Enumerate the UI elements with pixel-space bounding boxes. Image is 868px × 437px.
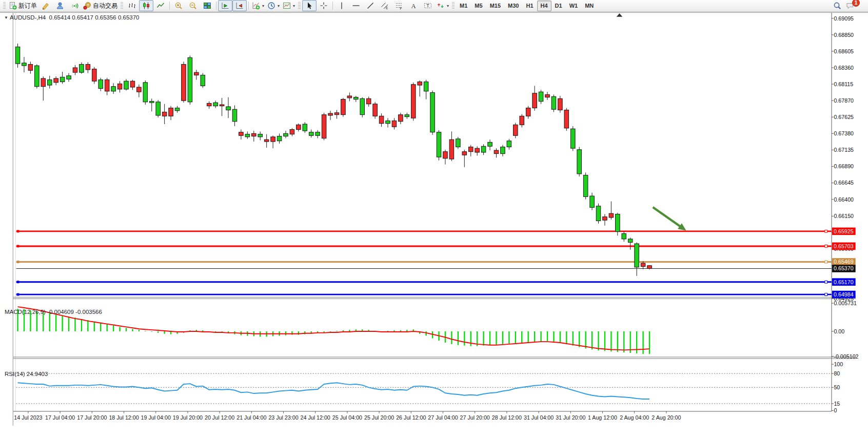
arrows-button-caret-icon[interactable]: ▾ [447, 4, 449, 8]
bull-candle[interactable] [424, 82, 428, 91]
line-handle[interactable] [17, 245, 19, 248]
bull-candle[interactable] [175, 108, 180, 111]
bull-candle[interactable] [232, 109, 237, 122]
zoom-out-button[interactable] [186, 0, 200, 11]
bear-candle[interactable] [526, 108, 530, 116]
bull-candle[interactable] [245, 134, 250, 137]
timeframe-m15[interactable]: M15 [486, 1, 504, 11]
horizontal-line-button[interactable] [349, 0, 363, 11]
timeframe-m30[interactable]: M30 [504, 1, 522, 11]
bear-candle[interactable] [239, 132, 244, 136]
bull-candle[interactable] [430, 92, 435, 132]
bear-candle[interactable] [449, 140, 454, 159]
bear-candle[interactable] [411, 85, 416, 118]
styler-button[interactable] [38, 0, 53, 11]
bear-candle[interactable] [41, 78, 46, 87]
bull-candle[interactable] [47, 80, 52, 85]
bull-candle[interactable] [590, 196, 595, 207]
bull-candle[interactable] [22, 63, 27, 66]
tile-windows-button[interactable] [200, 0, 214, 11]
bull-candle[interactable] [309, 132, 313, 136]
bear-candle[interactable] [564, 110, 569, 128]
bear-candle[interactable] [334, 113, 339, 115]
bear-candle[interactable] [514, 125, 518, 135]
bull-candle[interactable] [354, 97, 359, 100]
toolbar-grip[interactable] [452, 2, 455, 10]
community-button[interactable] [53, 0, 67, 11]
bull-candle[interactable] [456, 139, 461, 147]
bear-candle[interactable] [475, 148, 480, 152]
text-button[interactable]: A [406, 0, 421, 11]
bull-candle[interactable] [111, 87, 116, 91]
chart-symbol-title[interactable]: ▼AUDUSD-,H4 0.65414 0.65417 0.65356 0.65… [4, 14, 139, 21]
bull-candle[interactable] [386, 121, 390, 123]
text-label-button[interactable]: T [421, 0, 435, 11]
bear-candle[interactable] [73, 68, 77, 72]
timeframe-m1[interactable]: M1 [456, 1, 471, 11]
bear-candle[interactable] [207, 103, 211, 106]
bull-candle[interactable] [303, 124, 307, 131]
chart-dropdown-icon[interactable]: ▼ [4, 15, 8, 20]
bull-candle[interactable] [635, 244, 639, 267]
bull-candle[interactable] [616, 214, 620, 231]
bear-candle[interactable] [341, 100, 346, 115]
timeframe-h4[interactable]: H4 [537, 1, 551, 11]
bear-candle[interactable] [271, 137, 275, 142]
bear-candle[interactable] [379, 116, 384, 123]
bull-candle[interactable] [80, 64, 84, 72]
bear-candle[interactable] [545, 94, 550, 97]
horizontal-lines[interactable] [16, 230, 832, 295]
bull-candle[interactable] [213, 103, 218, 106]
chart-window[interactable]: 0.690950.688500.686050.683600.681150.678… [0, 12, 868, 437]
bear-candle[interactable] [392, 121, 397, 127]
bear-candle[interactable] [443, 152, 448, 158]
bull-candle[interactable] [258, 134, 263, 137]
bear-candle[interactable] [252, 133, 257, 136]
bear-candle[interactable] [182, 64, 186, 101]
timeframe-d1[interactable]: D1 [551, 1, 566, 11]
signals-button[interactable] [67, 0, 82, 11]
bull-candle[interactable] [622, 233, 626, 239]
bear-candle[interactable] [609, 213, 614, 217]
bear-candle[interactable] [373, 104, 378, 116]
trendline-button[interactable] [363, 0, 378, 11]
bull-candle[interactable] [539, 92, 543, 101]
vertical-line-button[interactable] [334, 0, 349, 11]
bear-candle[interactable] [468, 147, 473, 152]
bear-candle[interactable] [86, 64, 90, 69]
bull-candle[interactable] [315, 132, 320, 136]
chart-canvas[interactable]: 0.690950.688500.686050.683600.681150.678… [0, 13, 868, 437]
bear-candle[interactable] [603, 217, 607, 221]
timeframe-m5[interactable]: M5 [471, 1, 486, 11]
bear-candle[interactable] [220, 105, 224, 106]
bull-candle[interactable] [143, 83, 148, 102]
bear-candle[interactable] [117, 84, 122, 89]
bear-candle[interactable] [641, 263, 645, 267]
bar-chart-button[interactable] [125, 0, 139, 11]
toolbar-grip[interactable] [298, 2, 301, 10]
bull-candle[interactable] [437, 132, 441, 157]
bull-candle[interactable] [188, 57, 192, 102]
bear-candle[interactable] [290, 129, 294, 134]
bull-candle[interactable] [226, 107, 231, 110]
bull-candle[interactable] [570, 129, 575, 148]
bear-candle[interactable] [54, 78, 58, 83]
bull-candle[interactable] [149, 101, 154, 103]
indicators-button[interactable]: ▾ [250, 0, 266, 11]
bull-candle[interactable] [60, 77, 65, 82]
bear-candle[interactable] [137, 87, 142, 92]
bull-candle[interactable] [577, 150, 582, 174]
bull-candle[interactable] [551, 96, 556, 109]
bear-candle[interactable] [520, 116, 524, 125]
macd-axis[interactable]: 0.0057310.00-0.005102 [832, 300, 859, 360]
bear-candle[interactable] [347, 96, 352, 98]
bear-candle[interactable] [647, 266, 652, 269]
bear-candle[interactable] [297, 125, 301, 129]
periods-button[interactable]: ▾ [266, 0, 281, 11]
line-handle[interactable] [17, 230, 19, 232]
bull-candle[interactable] [405, 115, 409, 117]
line-handle[interactable] [825, 293, 827, 296]
channel-button[interactable]: E [378, 0, 392, 11]
line-handle[interactable] [825, 281, 827, 283]
line-handle[interactable] [17, 261, 19, 263]
